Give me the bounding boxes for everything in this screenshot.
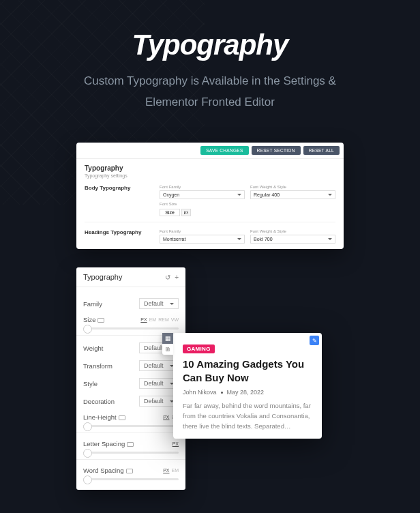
font-family-label: Font Family [160, 185, 245, 189]
hero-title: Typography [14, 29, 406, 61]
transform-label: Transform [83, 362, 112, 370]
settings-heading: Typography [85, 164, 335, 172]
headings-typography-label: Headings Typography [85, 229, 160, 244]
chevron-down-icon [237, 194, 241, 196]
word-spacing-slider[interactable] [83, 478, 179, 480]
divider [76, 459, 185, 460]
decoration-label: Decoration [83, 398, 115, 405]
device-icon[interactable] [97, 318, 104, 323]
chevron-down-icon [237, 238, 241, 240]
category-badge[interactable]: GAMING [183, 345, 215, 353]
unit-em[interactable]: EM [172, 468, 179, 473]
reset-section-button[interactable]: RESET SECTION [252, 146, 301, 155]
headings-font-family-select[interactable]: Montserrat [160, 235, 245, 244]
unit-em[interactable]: EM [149, 317, 157, 322]
line-height-slider[interactable] [83, 425, 179, 427]
layout-tab-icon[interactable]: ▦ [162, 333, 173, 344]
reset-all-button[interactable]: RESET ALL [303, 146, 340, 155]
headings-typography-row: Headings Typography Font Family Montserr… [85, 229, 335, 249]
device-icon[interactable] [119, 415, 125, 420]
body-typography-label: Body Typography [85, 185, 160, 216]
device-icon[interactable] [127, 442, 134, 447]
weight-label: Weight [83, 345, 103, 352]
unit-px[interactable]: PX [163, 415, 169, 420]
chevron-down-icon [328, 194, 332, 196]
unit-vw[interactable]: VW [171, 317, 179, 322]
elementor-panel-title: Typography [83, 273, 122, 281]
file-tab-icon[interactable]: 🗎 [162, 344, 173, 355]
card-edit-tabs: ▦ 🗎 [162, 333, 173, 355]
body-font-size-unit[interactable]: px [181, 209, 191, 216]
body-font-family-select[interactable]: Oxygen [160, 190, 245, 199]
size-label: Size [83, 316, 104, 323]
chevron-down-icon [170, 303, 174, 305]
post-date: May 28, 2022 [227, 389, 265, 396]
size-slider[interactable] [83, 327, 179, 329]
letter-spacing-slider[interactable] [83, 452, 179, 454]
hero-section: Typography Custom Typography is Availabl… [0, 0, 420, 126]
font-family-label: Font Family [160, 229, 245, 233]
unit-px[interactable]: PX [140, 317, 147, 322]
style-label: Style [83, 380, 97, 387]
letter-spacing-label: Letter Spacing [83, 440, 134, 448]
device-icon[interactable] [126, 469, 133, 473]
save-changes-button[interactable]: SAVE CHANGES [200, 146, 248, 155]
unit-px[interactable]: PX [163, 468, 169, 473]
settings-subheading: Typography settings [85, 173, 335, 178]
add-icon[interactable]: + [175, 274, 179, 281]
family-select[interactable]: Default [139, 298, 179, 309]
headings-font-weight-select[interactable]: Bold 700 [250, 235, 335, 244]
card-title[interactable]: 10 Amazing Gadgets You Can Buy Now [183, 357, 312, 384]
font-weight-label: Font Weight & Style [250, 229, 335, 233]
settings-toolbar: SAVE CHANGES RESET SECTION RESET ALL [76, 143, 344, 159]
divider [76, 433, 185, 433]
settings-panel: SAVE CHANGES RESET SECTION RESET ALL Typ… [76, 143, 344, 249]
font-size-label: Font Size [160, 202, 245, 206]
unit-px[interactable]: PX [172, 441, 179, 446]
unit-rem[interactable]: REM [158, 317, 169, 322]
body-font-weight-select[interactable]: Regular 400 [250, 190, 335, 199]
card-meta: John Nikova May 28, 2022 [183, 389, 312, 396]
line-height-label: Line-Height [83, 413, 125, 421]
edit-pencil-icon[interactable]: ✎ [310, 336, 319, 345]
body-typography-row: Body Typography Font Family Oxygen Font … [85, 185, 335, 222]
chevron-down-icon [328, 238, 332, 240]
family-label: Family [83, 300, 102, 308]
undo-icon[interactable]: ↺ [165, 274, 170, 281]
hero-subtitle: Custom Typography is Available in the Se… [14, 71, 406, 113]
card-excerpt: Far far away, behind the word mountains,… [183, 400, 312, 432]
author-name[interactable]: John Nikova [183, 389, 217, 396]
body-font-size-input[interactable]: Size [160, 209, 180, 216]
font-weight-label: Font Weight & Style [250, 185, 335, 189]
separator-dot [221, 392, 223, 394]
elementor-typography-panel: Typography ↺ + Family Default Size PXEMR… [76, 267, 185, 490]
preview-card: ▦ 🗎 ✎ GAMING 10 Amazing Gadgets You Can … [173, 333, 322, 439]
word-spacing-label: Word Spacing [83, 467, 133, 474]
